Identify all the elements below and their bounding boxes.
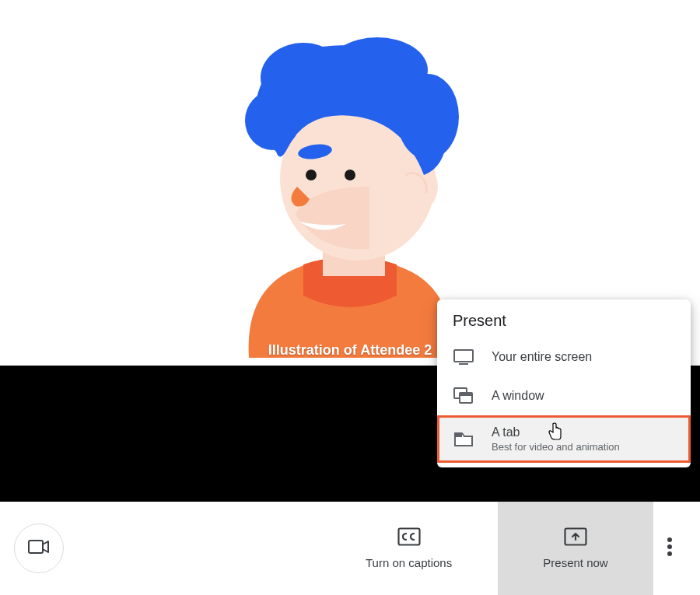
svg-point-8 xyxy=(306,170,317,180)
svg-point-9 xyxy=(345,170,355,180)
cursor-pointer-icon xyxy=(548,422,563,444)
present-now-label: Present now xyxy=(543,556,607,569)
closed-captions-icon xyxy=(397,527,421,548)
present-option-window[interactable]: A window xyxy=(437,376,691,415)
camera-toggle-button[interactable] xyxy=(14,523,64,573)
captions-label: Turn on captions xyxy=(366,556,452,569)
svg-point-19 xyxy=(667,537,672,542)
present-screen-icon xyxy=(564,527,587,548)
present-option-entire-screen[interactable]: Your entire screen xyxy=(437,338,691,376)
present-now-button[interactable]: Present now xyxy=(498,502,653,595)
present-option-label: Your entire screen xyxy=(492,350,592,364)
svg-rect-17 xyxy=(398,529,419,545)
svg-rect-16 xyxy=(29,541,43,553)
present-menu: Present Your entire screen A window xyxy=(437,299,691,467)
more-options-button[interactable] xyxy=(659,529,681,568)
present-menu-title: Present xyxy=(437,312,691,338)
monitor-icon xyxy=(453,348,474,366)
svg-point-20 xyxy=(667,544,672,549)
video-camera-icon xyxy=(28,539,50,558)
svg-point-6 xyxy=(245,91,299,150)
bottom-toolbar: Turn on captions Present now xyxy=(0,502,700,595)
window-icon xyxy=(453,387,474,405)
tab-icon xyxy=(453,430,474,449)
present-option-tab[interactable]: A tab Best for video and animation xyxy=(437,415,691,463)
svg-rect-14 xyxy=(460,393,472,396)
svg-rect-10 xyxy=(454,350,473,362)
svg-point-21 xyxy=(667,551,672,556)
svg-rect-15 xyxy=(455,433,462,437)
avatar-caption: Illustration of Attendee 2 xyxy=(268,342,432,359)
svg-point-5 xyxy=(397,74,459,159)
captions-button[interactable]: Turn on captions xyxy=(342,502,475,595)
more-vertical-icon xyxy=(667,546,673,559)
present-option-label: A window xyxy=(492,389,544,403)
